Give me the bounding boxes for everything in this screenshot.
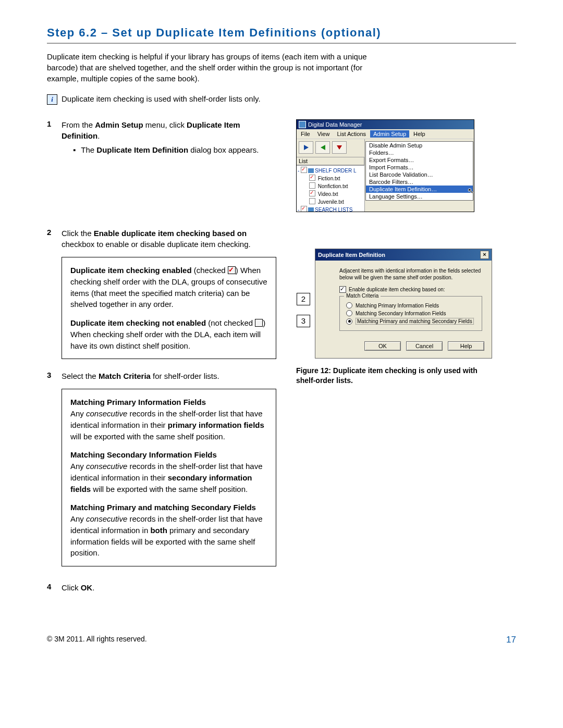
step-2-body: Click the Enable duplicate item checking… bbox=[62, 228, 276, 250]
radio-option-selected[interactable]: Matching Primary and matching Secondary … bbox=[346, 318, 478, 325]
figure-dialog: Duplicate Item Definition × 2 3 Adjacent… bbox=[315, 249, 492, 359]
info-box-1: Duplicate item checking enabled (checked… bbox=[62, 257, 276, 359]
step-number-2: 2 bbox=[47, 228, 54, 250]
menu-item[interactable]: Barcode Filters… bbox=[366, 178, 473, 186]
tree-item[interactable]: Juvenile.txt bbox=[298, 198, 364, 206]
menu-help[interactable]: Help bbox=[410, 130, 429, 138]
page-title: Step 6.2 – Set up Duplicate Item Definit… bbox=[47, 26, 516, 44]
list-header: List bbox=[297, 157, 364, 165]
tree-item[interactable]: Video.txt bbox=[298, 190, 364, 198]
help-button[interactable]: Help bbox=[448, 341, 484, 351]
radio-icon[interactable] bbox=[346, 302, 352, 309]
radio-option[interactable]: Matching Primary Information Fields bbox=[346, 302, 478, 309]
step-1-bullet: The Duplicate Item Definition dialog box… bbox=[81, 144, 259, 155]
intro-paragraph: Duplicate item checking is helpful if yo… bbox=[47, 51, 370, 84]
radio-option[interactable]: Matching Secondary Information Fields bbox=[346, 310, 478, 316]
step-3-body: Select the Match Criteria for shelf-orde… bbox=[62, 371, 276, 381]
figure-menu-screenshot: Digital Data Manager File View List Acti… bbox=[296, 119, 474, 212]
cursor-icon: ↖ bbox=[468, 187, 474, 195]
match-criteria-fieldset: Match Criteria Matching Primary Informat… bbox=[339, 296, 482, 331]
info-note: i Duplicate item checking is used with s… bbox=[47, 94, 516, 105]
menu-item[interactable]: Folders… bbox=[366, 149, 473, 156]
info-icon: i bbox=[47, 94, 57, 105]
menu-item[interactable]: Disable Admin Setup bbox=[366, 142, 473, 149]
cancel-button[interactable]: Cancel bbox=[406, 341, 443, 351]
fieldset-legend: Match Criteria bbox=[344, 293, 381, 299]
callout-3: 3 bbox=[297, 315, 310, 327]
window-title: Digital Data Manager bbox=[308, 121, 362, 128]
figure-caption: Figure 12: Duplicate item checking is on… bbox=[296, 366, 492, 386]
page-number: 17 bbox=[506, 635, 516, 645]
menu-item[interactable]: List Barcode Validation… bbox=[366, 171, 473, 178]
menu-item[interactable]: Import Formats… bbox=[366, 164, 473, 171]
copyright: © 3M 2011. All rights reserved. bbox=[47, 635, 147, 645]
dialog-title: Duplicate Item Definition bbox=[318, 252, 385, 258]
enable-checkbox-label: Enable duplicate item checking based on: bbox=[349, 287, 445, 292]
step-4-body: Click OK. bbox=[62, 582, 276, 593]
menu-admin-setup[interactable]: Admin Setup bbox=[370, 130, 409, 138]
step-number-1: 1 bbox=[47, 119, 54, 155]
tree-root[interactable]: - SHELF ORDER L bbox=[298, 167, 364, 175]
menu-list-actions[interactable]: List Actions bbox=[334, 130, 369, 138]
enable-checkbox-row[interactable]: Enable duplicate item checking based on: bbox=[339, 286, 482, 293]
callout-2: 2 bbox=[297, 293, 310, 305]
info-box-2: Matching Primary Information Fields Any … bbox=[62, 389, 276, 566]
tree-search-lists[interactable]: - SEARCH LISTS bbox=[298, 206, 364, 212]
checkbox-unchecked-icon bbox=[255, 319, 263, 327]
toolbar bbox=[297, 139, 364, 156]
window-titlebar: Digital Data Manager bbox=[297, 120, 474, 129]
menu-item[interactable]: Language Settings… bbox=[366, 193, 473, 200]
app-icon bbox=[299, 121, 306, 128]
tree-item[interactable]: Nonfiction.txt bbox=[298, 182, 364, 190]
radio-icon[interactable] bbox=[346, 310, 352, 316]
dialog-description: Adjacent items with identical informatio… bbox=[339, 268, 482, 281]
page-footer: © 3M 2011. All rights reserved. 17 bbox=[47, 635, 516, 645]
tree-item[interactable]: Fiction.txt bbox=[298, 175, 364, 182]
step-1-body: From the Admin Setup menu, click Duplica… bbox=[62, 119, 276, 155]
enable-checkbox[interactable] bbox=[339, 286, 346, 293]
menu-bar: File View List Actions Admin Setup Help bbox=[297, 129, 474, 139]
bullet-icon: ▪ bbox=[73, 144, 76, 155]
nav-back-button[interactable] bbox=[315, 141, 330, 154]
tree-panel: - SHELF ORDER L Fiction.txt Nonfiction.t… bbox=[297, 165, 364, 212]
close-button[interactable]: × bbox=[480, 251, 489, 259]
step-number-3: 3 bbox=[47, 371, 54, 381]
dropdown-menu: Disable Admin Setup Folders… Export Form… bbox=[365, 139, 474, 212]
ok-button[interactable]: OK bbox=[364, 341, 401, 351]
radio-icon[interactable] bbox=[346, 318, 352, 325]
menu-item-selected[interactable]: Duplicate Item Definition… ↖ bbox=[366, 186, 473, 193]
step-number-4: 4 bbox=[47, 582, 54, 593]
menu-item[interactable]: Export Formats… bbox=[366, 156, 473, 164]
checkbox-checked-icon bbox=[228, 266, 236, 274]
info-note-text: Duplicate item checking is used with she… bbox=[62, 94, 261, 103]
nav-forward-button[interactable] bbox=[299, 141, 313, 154]
menu-view[interactable]: View bbox=[314, 130, 333, 138]
download-button[interactable] bbox=[332, 141, 347, 154]
menu-file[interactable]: File bbox=[298, 130, 313, 138]
dialog-titlebar: Duplicate Item Definition × bbox=[315, 249, 492, 261]
